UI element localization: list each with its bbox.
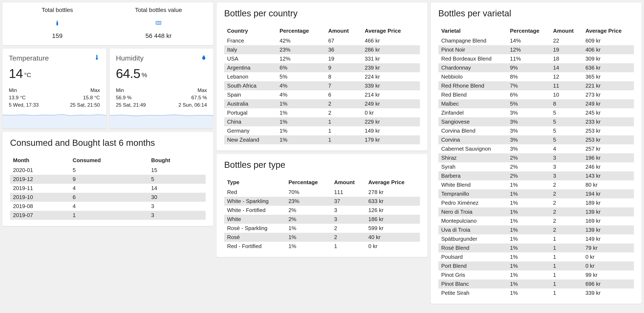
table-cell: China [224, 117, 276, 126]
table-row: White - Fortified2%3126 kr [224, 206, 420, 215]
table-cell: 1% [286, 224, 331, 233]
table-row: New Zealand1%1179 kr [224, 135, 420, 144]
table-cell: Red Rhone Blend [438, 81, 507, 90]
table-cell: 99 kr [582, 271, 634, 280]
table-cell: 5 [148, 175, 206, 184]
table-cell: 249 kr [582, 99, 634, 108]
table-row: Lebanon5%8224 kr [224, 72, 420, 81]
table-cell: 12% [507, 45, 550, 54]
total-value-value: 56 448 kr [145, 32, 172, 39]
table-cell: 339 kr [582, 289, 634, 298]
table-cell: Corvina [438, 135, 507, 144]
table-header: Amount [550, 25, 582, 36]
table-cell: Australia [224, 99, 276, 108]
table-cell: 1% [286, 242, 331, 251]
table-row: Shiraz2%3196 kr [438, 153, 634, 162]
total-value-label: Total bottles value [135, 7, 182, 13]
table-cell: 1% [507, 271, 550, 280]
table-row: Australia1%2249 kr [224, 99, 420, 108]
table-cell: 30 [148, 193, 206, 202]
table-header: Amount [331, 177, 366, 188]
table-cell: 126 kr [366, 206, 420, 215]
humidity-value: 64.5 [116, 66, 140, 81]
table-cell: 1% [507, 289, 550, 298]
table-cell: Red [224, 188, 286, 197]
table-cell: 1 [550, 253, 582, 262]
temperature-value: 14 [9, 66, 23, 81]
table-cell: Syrah [438, 162, 507, 171]
table-cell: 2% [286, 215, 331, 224]
table-cell: 1% [507, 189, 550, 198]
table-cell: 273 kr [582, 90, 634, 99]
table-cell: 245 kr [582, 108, 634, 117]
table-cell: 179 kr [362, 135, 420, 144]
table-row: Chardonnay9%14636 kr [438, 63, 634, 72]
humidity-sparkline [110, 111, 214, 129]
table-cell: 0 kr [582, 262, 634, 271]
table-row: Syrah2%3246 kr [438, 162, 634, 171]
table-cell: Spätburgunder [438, 234, 507, 244]
table-row: Argentina6%9239 kr [224, 63, 420, 72]
table-cell: 1 [325, 126, 362, 135]
table-cell: White Blend [438, 180, 507, 189]
table-cell: Red - Fortified [224, 242, 286, 251]
table-cell: Rosé [224, 233, 286, 242]
table-cell: 331 kr [362, 54, 420, 63]
table-cell: 2 [331, 233, 366, 242]
table-cell: 9 [325, 63, 362, 72]
column-left: Total bottles 159 Total bottles value 10… [2, 2, 213, 226]
temp-max-value: 15.8 °C [70, 94, 100, 101]
humidity-title: Humidity [116, 54, 144, 62]
table-cell: 4% [276, 90, 325, 99]
table-cell: Nero di Troia [438, 207, 507, 216]
table-cell: Shiraz [438, 153, 507, 162]
column-right: Bottles per varietal VarietalPercentageA… [431, 2, 642, 304]
table-cell: 15 [148, 166, 206, 175]
table-cell: 2020-01 [10, 166, 70, 175]
table-row: 2019-1295 [10, 175, 206, 184]
table-row: White2%3186 kr [224, 215, 420, 224]
table-row: Corvina Blend3%5253 kr [438, 126, 634, 135]
table-cell: 1% [507, 234, 550, 244]
table-row: Port Blend1%10 kr [438, 262, 634, 271]
humidity-card: Humidity 64.5 % Min 56.9 % 25 Sat, 21:49 [110, 49, 214, 129]
table-cell: 246 kr [582, 162, 634, 171]
table-cell: 2 [325, 108, 362, 117]
hum-min-label: Min [116, 87, 146, 94]
table-cell: 196 kr [582, 153, 634, 162]
table-row: Rosé - Sparkling1%2599 kr [224, 224, 420, 233]
table-cell: 214 kr [362, 90, 420, 99]
table-cell: 22 [550, 36, 582, 45]
table-cell: 149 kr [362, 126, 420, 135]
column-middle: Bottles per country CountryPercentageAmo… [216, 2, 427, 257]
table-cell: 1 [550, 280, 582, 289]
table-cell: 1 [550, 244, 582, 253]
table-cell: 1 [550, 234, 582, 244]
table-row: Malbec5%8249 kr [438, 99, 634, 108]
table-row: Champagne Blend14%22609 kr [438, 36, 634, 45]
table-cell: 7% [507, 81, 550, 90]
temp-max-label: Max [70, 87, 100, 94]
table-row: Spätburgunder1%1149 kr [438, 234, 634, 244]
table-cell: 6% [507, 90, 550, 99]
table-cell: 2 [331, 224, 366, 233]
humidity-unit: % [142, 71, 147, 79]
table-row: 2019-0713 [10, 211, 206, 220]
table-cell: 2019-11 [10, 184, 70, 193]
table-row: 2019-0843 [10, 202, 206, 211]
table-cell: 42% [276, 36, 325, 45]
table-cell: Portugal [224, 108, 276, 117]
table-cell: 249 kr [362, 99, 420, 108]
table-cell: 19 [550, 45, 582, 54]
table-cell: Pinot Noir [438, 45, 507, 54]
table-cell: 1% [507, 207, 550, 216]
table-cell: Malbec [438, 99, 507, 108]
table-cell: Chardonnay [438, 63, 507, 72]
table-row: Pinot Noir12%19406 kr [438, 45, 634, 54]
table-cell: 80 kr [582, 180, 634, 189]
table-cell: 7 [325, 81, 362, 90]
table-cell: 18 [550, 54, 582, 63]
table-cell: White - Fortified [224, 206, 286, 215]
table-cell: 10 [550, 90, 582, 99]
table-row: White Blend1%280 kr [438, 180, 634, 189]
